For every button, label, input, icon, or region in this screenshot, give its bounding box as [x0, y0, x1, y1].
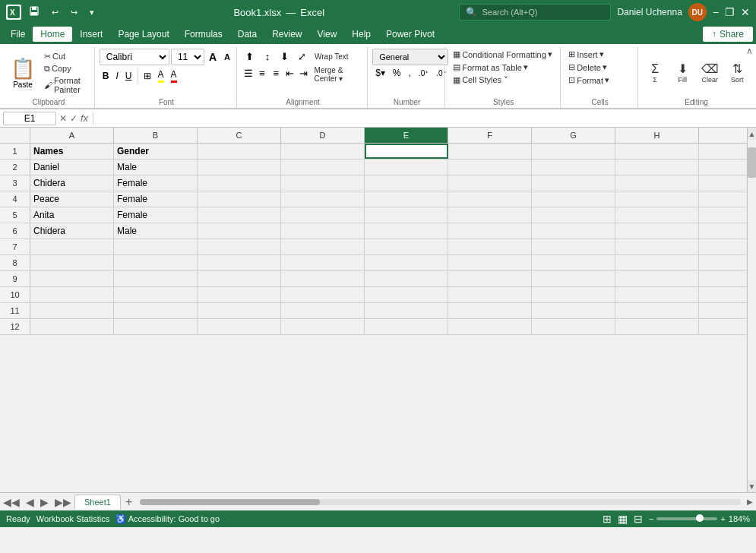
increase-decimal-btn[interactable]: .0⁺	[416, 68, 432, 78]
cell-H8[interactable]	[615, 255, 699, 270]
fill-btn[interactable]: ⬇ Fill	[670, 49, 694, 96]
cell-B1[interactable]: Gender	[114, 144, 198, 159]
cell-E9[interactable]	[365, 271, 448, 286]
cell-H7[interactable]	[615, 239, 699, 254]
merge-center-btn[interactable]: Merge & Center ▾	[312, 65, 365, 84]
clear-btn[interactable]: ⌫ Clear	[697, 49, 722, 96]
cell-H6[interactable]	[615, 223, 699, 239]
cell-G9[interactable]	[532, 271, 615, 286]
menu-item-insert[interactable]: Insert	[72, 27, 110, 42]
menu-item-review[interactable]: Review	[264, 27, 309, 42]
bottom-align-btn[interactable]: ⬇	[277, 49, 293, 64]
cell-A2[interactable]: Daniel	[30, 160, 114, 175]
cell-G4[interactable]	[532, 191, 615, 207]
zoom-out-btn[interactable]: −	[649, 514, 653, 523]
cell-E1[interactable]	[365, 144, 448, 159]
cell-A7[interactable]	[30, 239, 114, 254]
cell-D1[interactable]	[281, 144, 365, 159]
rotate-text-btn[interactable]: ⤢	[294, 49, 311, 64]
cell-A6[interactable]: Chidera	[30, 223, 114, 239]
cell-ref-box[interactable]	[3, 112, 56, 125]
paste-button[interactable]: 📋 Paste	[6, 55, 40, 90]
row-header-3[interactable]: 3	[0, 175, 30, 191]
cell-A8[interactable]	[30, 255, 114, 270]
cell-F10[interactable]	[448, 287, 532, 302]
right-align-btn[interactable]: ≡	[270, 65, 283, 81]
cell-F5[interactable]	[448, 207, 532, 223]
cell-H2[interactable]	[615, 160, 699, 175]
search-box[interactable]: 🔍 Search (Alt+Q)	[459, 4, 611, 21]
bold-button[interactable]: B	[100, 70, 112, 82]
cell-A12[interactable]	[30, 319, 114, 334]
cell-G2[interactable]	[532, 160, 615, 175]
cell-C2[interactable]	[198, 160, 281, 175]
row-header-7[interactable]: 7	[0, 239, 30, 254]
page-break-view-btn[interactable]: ⊟	[634, 513, 643, 525]
menu-item-power-pivot[interactable]: Power Pivot	[378, 27, 442, 42]
row-header-6[interactable]: 6	[0, 223, 30, 239]
cell-C4[interactable]	[198, 191, 281, 207]
col-header-A[interactable]: A	[30, 128, 114, 143]
col-header-E[interactable]: E	[365, 128, 448, 143]
cell-G10[interactable]	[532, 287, 615, 302]
cell-D5[interactable]	[281, 207, 365, 223]
col-header-F[interactable]: F	[448, 128, 532, 143]
insert-btn[interactable]: ⊞ Insert ▾	[565, 49, 634, 60]
copy-button[interactable]: ⧉ Copy	[41, 63, 91, 74]
col-header-C[interactable]: C	[198, 128, 281, 143]
row-header-11[interactable]: 11	[0, 303, 30, 318]
cell-C3[interactable]	[198, 175, 281, 191]
close-btn[interactable]: ✕	[741, 6, 750, 18]
cell-E4[interactable]	[365, 191, 448, 207]
cell-B2[interactable]: Male	[114, 160, 198, 175]
cell-B3[interactable]: Female	[114, 175, 198, 191]
cell-styles-btn[interactable]: ▦ Cell Styles ˅	[450, 74, 557, 86]
cell-D4[interactable]	[281, 191, 365, 207]
decrease-indent-btn[interactable]: ⇤	[283, 65, 296, 81]
cell-E12[interactable]	[365, 319, 448, 334]
border-button[interactable]: ⊞	[141, 70, 154, 82]
zoom-in-btn[interactable]: +	[720, 514, 725, 523]
share-button[interactable]: ↑ Share	[703, 27, 753, 42]
cell-C5[interactable]	[198, 207, 281, 223]
cell-G11[interactable]	[532, 303, 615, 318]
workbook-stats-btn[interactable]: Workbook Statistics	[36, 514, 109, 523]
cell-B9[interactable]	[114, 271, 198, 286]
cell-F3[interactable]	[448, 175, 532, 191]
cell-H3[interactable]	[615, 175, 699, 191]
cell-C7[interactable]	[198, 239, 281, 254]
cell-H5[interactable]	[615, 207, 699, 223]
cell-F6[interactable]	[448, 223, 532, 239]
top-align-btn[interactable]: ⬆	[242, 49, 258, 64]
cell-F11[interactable]	[448, 303, 532, 318]
sheet-nav-prev[interactable]: ◀	[23, 496, 37, 508]
cell-A4[interactable]: Peace	[30, 191, 114, 207]
conditional-formatting-btn[interactable]: ▦ Conditional Formatting ▾	[450, 49, 557, 60]
h-scroll-thumb[interactable]	[140, 499, 320, 505]
sheet-tab-sheet1[interactable]: Sheet1	[74, 495, 121, 509]
format-as-table-btn[interactable]: ▤ Format as Table ▾	[450, 62, 557, 73]
formula-input[interactable]	[98, 112, 753, 125]
left-align-btn[interactable]: ☰	[242, 65, 255, 81]
cell-D9[interactable]	[281, 271, 365, 286]
cell-A3[interactable]: Chidera	[30, 175, 114, 191]
menu-item-data[interactable]: Data	[230, 27, 264, 42]
cell-C11[interactable]	[198, 303, 281, 318]
vertical-scrollbar[interactable]: ▲ ▼	[747, 128, 756, 492]
cell-G3[interactable]	[532, 175, 615, 191]
redo-btn[interactable]: ↪	[66, 6, 82, 19]
cell-H4[interactable]	[615, 191, 699, 207]
cell-G12[interactable]	[532, 319, 615, 334]
restore-btn[interactable]: ❐	[725, 6, 735, 18]
cell-B6[interactable]: Male	[114, 223, 198, 239]
cell-B10[interactable]	[114, 287, 198, 302]
cell-F8[interactable]	[448, 255, 532, 270]
cell-C8[interactable]	[198, 255, 281, 270]
cell-F2[interactable]	[448, 160, 532, 175]
scroll-thumb[interactable]	[748, 147, 756, 178]
cell-F4[interactable]	[448, 191, 532, 207]
delete-btn[interactable]: ⊟ Delete ▾	[565, 62, 634, 73]
sheet-nav-right[interactable]: ▶▶	[52, 496, 74, 508]
increase-indent-btn[interactable]: ⇥	[297, 65, 310, 81]
format-btn[interactable]: ⊡ Format ▾	[565, 74, 634, 86]
